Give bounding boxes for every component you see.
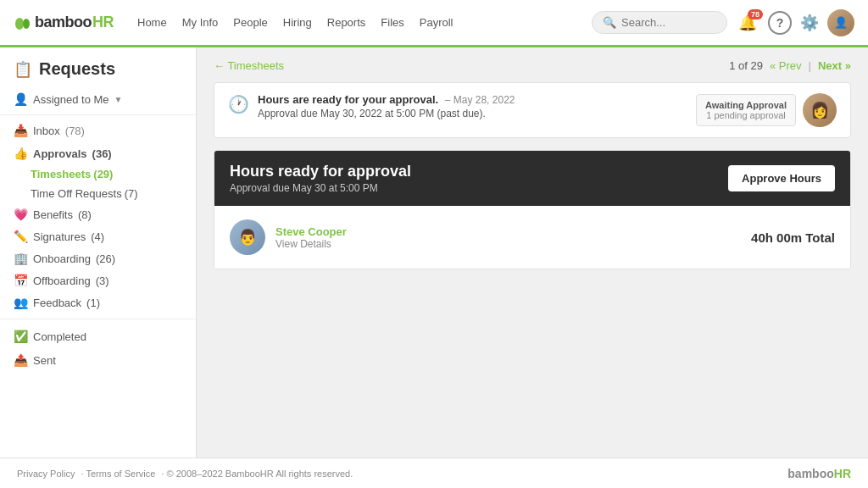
employee-name-link[interactable]: Steve Cooper xyxy=(275,225,347,238)
sidebar-sub-item-timesheets[interactable]: Timesheets (29) xyxy=(0,164,196,184)
hours-total: 40h 00m Total xyxy=(751,230,835,245)
search-input[interactable] xyxy=(621,16,716,29)
approval-card: Hours ready for approval Approval due Ma… xyxy=(214,150,851,269)
inbox-count: (78) xyxy=(65,125,85,137)
top-nav: bambooHR Home My Info People Hiring Repo… xyxy=(0,0,868,47)
assigned-to-label: Assigned to Me xyxy=(33,93,109,106)
signatures-count: (4) xyxy=(91,230,104,243)
notification-card: 🕐 Hours are ready for your approval. – M… xyxy=(214,82,851,138)
notification-icon[interactable]: 🔔 78 xyxy=(736,11,760,35)
clock-icon: 🕐 xyxy=(228,94,249,114)
awaiting-approval-badge: Awaiting Approval 1 pending approval xyxy=(696,94,796,126)
nav-myinfo[interactable]: My Info xyxy=(182,16,219,29)
settings-icon[interactable]: ⚙️ xyxy=(800,14,819,32)
help-icon[interactable]: ? xyxy=(768,11,792,35)
inbox-icon: 📥 xyxy=(14,124,28,137)
svg-point-1 xyxy=(23,19,30,29)
sidebar-item-inbox[interactable]: 📥 Inbox (78) xyxy=(0,119,196,142)
approve-hours-button[interactable]: Approve Hours xyxy=(728,165,835,191)
back-link[interactable]: ← Timesheets xyxy=(214,59,284,72)
completed-label: Completed xyxy=(33,330,86,343)
assigned-to-filter[interactable]: 👤 Assigned to Me ▼ xyxy=(0,87,196,111)
requests-icon: 📋 xyxy=(14,60,32,79)
person-avatar-small: 👩 xyxy=(803,93,837,127)
footer: Privacy Policy · Terms of Service · © 20… xyxy=(0,458,868,488)
sidebar: 📋 Requests 👤 Assigned to Me ▼ 📥 Inbox (7… xyxy=(0,47,197,458)
sent-label: Sent xyxy=(33,354,56,367)
sidebar-sub-item-timeoff[interactable]: Time Off Requests (7) xyxy=(0,184,196,203)
chevron-down-icon: ▼ xyxy=(114,95,123,104)
inbox-label: Inbox xyxy=(33,125,60,137)
sidebar-item-onboarding[interactable]: 🏢 Onboarding (26) xyxy=(0,247,196,269)
approvals-label: Approvals xyxy=(33,147,87,160)
sidebar-item-completed[interactable]: ✅ Completed xyxy=(0,324,196,348)
employee-info: Steve Cooper View Details xyxy=(275,225,347,250)
sidebar-item-sent[interactable]: 📤 Sent xyxy=(0,348,196,372)
awaiting-sub: 1 pending approval xyxy=(705,110,787,120)
search-box[interactable]: 🔍 xyxy=(592,11,727,34)
sidebar-item-offboarding[interactable]: 📅 Offboarding (3) xyxy=(0,269,196,291)
next-link[interactable]: Next » xyxy=(818,59,851,72)
footer-logo-hr: HR xyxy=(834,467,851,480)
approval-subtitle: Approval due May 30 at 5:00 PM xyxy=(230,182,411,194)
main-content: ← Timesheets 1 of 29 « Prev | Next » 🕐 H… xyxy=(197,47,868,458)
footer-logo: bambooHR xyxy=(787,467,851,480)
awaiting-title: Awaiting Approval xyxy=(705,100,787,110)
nav-files[interactable]: Files xyxy=(381,16,403,29)
terms-link[interactable]: Terms of Service xyxy=(86,469,155,479)
nav-payroll[interactable]: Payroll xyxy=(420,16,453,29)
footer-logo-bamboo: bamboo xyxy=(787,467,833,480)
pen-icon: ✏️ xyxy=(14,230,28,243)
privacy-link[interactable]: Privacy Policy xyxy=(17,469,75,479)
approval-body: 👨 Steve Cooper View Details 40h 00m Tota… xyxy=(214,206,850,269)
notification-date: – May 28, 2022 xyxy=(445,94,515,106)
svg-point-0 xyxy=(15,18,24,30)
feedback-label: Feedback xyxy=(33,297,81,309)
notification-badge: 78 xyxy=(748,9,763,19)
sidebar-item-signatures[interactable]: ✏️ Signatures (4) xyxy=(0,225,196,247)
heart-icon: 💗 xyxy=(14,208,28,221)
logo-text: bamboo xyxy=(35,14,92,31)
pipe-separator: | xyxy=(809,59,811,72)
onboarding-icon: 🏢 xyxy=(14,252,28,265)
approval-header-content: Hours ready for approval Approval due Ma… xyxy=(230,163,411,194)
feedback-count: (1) xyxy=(86,297,100,309)
benefits-label: Benefits xyxy=(33,208,73,221)
onboarding-label: Onboarding xyxy=(33,252,91,265)
checkmark-icon: ✅ xyxy=(14,330,28,343)
copyright-text: © 2008–2022 BambooHR All rights reserved… xyxy=(167,469,353,479)
feedback-icon: 👥 xyxy=(14,296,28,309)
view-details-link[interactable]: View Details xyxy=(275,238,347,250)
pagination-label: 1 of 29 xyxy=(729,59,763,72)
footer-links: Privacy Policy · Terms of Service · © 20… xyxy=(17,469,353,479)
nav-links: Home My Info People Hiring Reports Files… xyxy=(137,16,592,29)
offboarding-label: Offboarding xyxy=(33,274,91,287)
timeoff-label: Time Off Requests xyxy=(31,187,122,200)
offboarding-icon: 📅 xyxy=(14,274,28,287)
nav-reports[interactable]: Reports xyxy=(327,16,366,29)
nav-hiring[interactable]: Hiring xyxy=(283,16,312,29)
person-icon: 👤 xyxy=(14,92,28,106)
sent-icon: 📤 xyxy=(14,353,28,367)
notification-content: Hours are ready for your approval. – May… xyxy=(258,93,515,119)
search-icon: 🔍 xyxy=(603,16,616,29)
thumbsup-icon: 👍 xyxy=(14,147,28,160)
nav-people[interactable]: People xyxy=(233,16,267,29)
notification-subtitle: Approval due May 30, 2022 at 5:00 PM (pa… xyxy=(258,108,515,119)
timesheets-count: (29) xyxy=(93,168,113,180)
onboarding-count: (26) xyxy=(96,252,115,265)
prev-link[interactable]: « Prev xyxy=(770,59,802,72)
sidebar-item-benefits[interactable]: 💗 Benefits (8) xyxy=(0,203,196,225)
user-avatar-nav[interactable]: 👤 xyxy=(827,9,854,36)
nav-home[interactable]: Home xyxy=(137,16,167,29)
approval-header: Hours ready for approval Approval due Ma… xyxy=(214,151,850,206)
sidebar-item-approvals[interactable]: 👍 Approvals (36) xyxy=(0,142,196,164)
logo[interactable]: bambooHR xyxy=(14,12,114,34)
timesheets-label: Timesheets xyxy=(31,168,91,180)
nav-right: 🔍 🔔 78 ? ⚙️ 👤 xyxy=(592,9,854,36)
logo-hr-text: HR xyxy=(92,14,114,31)
signatures-label: Signatures xyxy=(33,230,86,243)
approvals-count: (36) xyxy=(92,147,112,160)
sidebar-item-feedback[interactable]: 👥 Feedback (1) xyxy=(0,291,196,313)
page-title: Requests xyxy=(39,59,115,79)
